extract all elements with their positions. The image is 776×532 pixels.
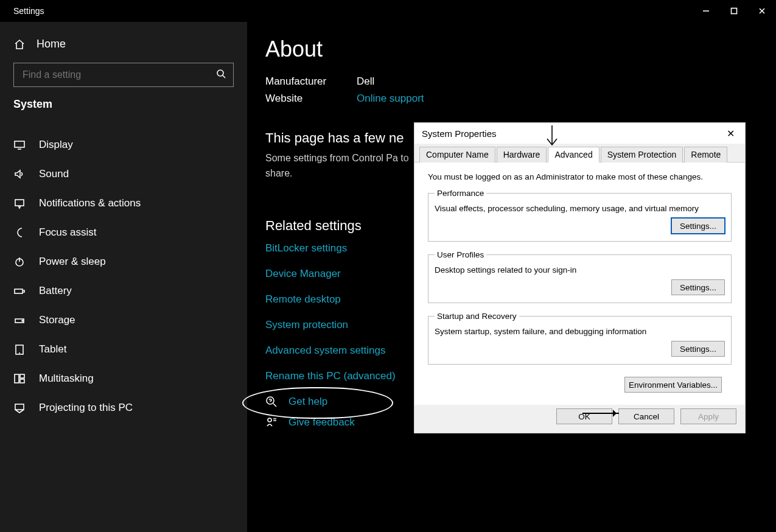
window-title: Settings bbox=[0, 6, 44, 16]
system-properties-dialog: System Properties ✕ Computer Name Hardwa… bbox=[414, 122, 746, 433]
group-user-profiles: User Profiles Desktop settings related t… bbox=[428, 250, 732, 303]
group-performance-legend: Performance bbox=[435, 189, 486, 198]
admin-note: You must be logged on as an Administrato… bbox=[428, 172, 732, 181]
group-user-profiles-desc: Desktop settings related to your sign-in bbox=[435, 265, 725, 275]
nav-list: Display Sound Notifications & actions Fo… bbox=[0, 130, 247, 422]
group-user-profiles-legend: User Profiles bbox=[435, 250, 486, 259]
group-startup-recovery-desc: System startup, system failure, and debu… bbox=[435, 327, 725, 336]
sidebar-item-multitasking[interactable]: Multitasking bbox=[0, 364, 247, 393]
search-box[interactable] bbox=[13, 63, 234, 87]
dialog-tabs: Computer Name Hardware Advanced System P… bbox=[414, 144, 745, 163]
few-body: Some settings from Control Pa to share. bbox=[265, 151, 424, 181]
multitask-icon bbox=[13, 373, 26, 385]
item-label: Power & sleep bbox=[39, 256, 106, 268]
tab-system-protection[interactable]: System Protection bbox=[601, 147, 683, 163]
item-label: Focus assist bbox=[39, 226, 96, 239]
manufacturer-label: Manufacturer bbox=[265, 75, 357, 88]
ok-button[interactable]: OK bbox=[556, 408, 612, 424]
home-label: Home bbox=[37, 38, 66, 51]
feedback-icon bbox=[265, 416, 278, 429]
svg-rect-12 bbox=[15, 404, 24, 410]
home-icon bbox=[13, 38, 26, 51]
item-label: Storage bbox=[39, 314, 75, 326]
group-startup-recovery: Startup and Recovery System startup, sys… bbox=[428, 312, 732, 365]
svg-rect-5 bbox=[15, 289, 23, 293]
sidebar: Home System Display Sound Notifications … bbox=[0, 22, 247, 532]
speaker-icon bbox=[13, 168, 26, 180]
svg-point-14 bbox=[268, 418, 271, 422]
home-nav[interactable]: Home bbox=[0, 33, 247, 63]
display-icon bbox=[13, 139, 26, 151]
dialog-close-button[interactable]: ✕ bbox=[722, 128, 739, 139]
svg-rect-11 bbox=[20, 379, 24, 383]
env-row: Environment Variables... bbox=[424, 373, 735, 399]
dialog-titlebar: System Properties ✕ bbox=[414, 123, 745, 144]
window-caption-buttons bbox=[692, 0, 776, 22]
storage-icon bbox=[13, 314, 26, 326]
item-label: Battery bbox=[39, 285, 72, 297]
user-profiles-settings-button[interactable]: Settings... bbox=[671, 279, 725, 295]
group-performance-desc: Visual effects, processor scheduling, me… bbox=[435, 204, 725, 213]
sidebar-item-focus-assist[interactable]: Focus assist bbox=[0, 218, 247, 247]
svg-rect-6 bbox=[15, 319, 24, 323]
sidebar-item-notifications[interactable]: Notifications & actions bbox=[0, 189, 247, 218]
svg-rect-10 bbox=[20, 374, 24, 378]
power-icon bbox=[13, 256, 26, 268]
sidebar-item-storage[interactable]: Storage bbox=[0, 306, 247, 335]
performance-settings-button[interactable]: Settings... bbox=[671, 218, 725, 234]
dialog-buttons: OK Cancel Apply bbox=[414, 405, 745, 433]
sidebar-item-battery[interactable]: Battery bbox=[0, 276, 247, 306]
startup-recovery-settings-button[interactable]: Settings... bbox=[671, 341, 725, 357]
item-label: Notifications & actions bbox=[39, 197, 141, 209]
apply-button[interactable]: Apply bbox=[680, 408, 736, 424]
sidebar-item-power-sleep[interactable]: Power & sleep bbox=[0, 247, 247, 276]
annotation-arrow-down bbox=[545, 124, 559, 149]
titlebar: Settings bbox=[0, 0, 776, 22]
manufacturer-row: Manufacturer Dell bbox=[265, 75, 758, 88]
tab-advanced[interactable]: Advanced bbox=[548, 147, 599, 163]
svg-point-1 bbox=[217, 70, 223, 76]
tab-remote[interactable]: Remote bbox=[684, 147, 727, 163]
item-label: Projecting to this PC bbox=[39, 402, 133, 414]
svg-rect-3 bbox=[15, 200, 24, 206]
sidebar-item-tablet[interactable]: Tablet bbox=[0, 335, 247, 364]
item-label: Multitasking bbox=[39, 373, 94, 385]
item-label: Display bbox=[39, 139, 73, 151]
svg-rect-0 bbox=[732, 9, 737, 14]
environment-variables-button[interactable]: Environment Variables... bbox=[624, 377, 722, 393]
notification-icon bbox=[13, 197, 26, 209]
dialog-title: System Properties bbox=[422, 128, 497, 139]
svg-rect-9 bbox=[15, 374, 19, 383]
annotation-circle bbox=[242, 387, 393, 419]
sidebar-item-sound[interactable]: Sound bbox=[0, 159, 247, 189]
website-row: Website Online support bbox=[265, 93, 758, 105]
minimize-button[interactable] bbox=[692, 0, 720, 22]
moon-icon bbox=[13, 226, 26, 239]
item-label: Tablet bbox=[39, 343, 66, 355]
battery-icon bbox=[13, 285, 26, 297]
maximize-button[interactable] bbox=[720, 0, 748, 22]
tablet-icon bbox=[13, 343, 26, 355]
group-performance: Performance Visual effects, processor sc… bbox=[428, 189, 732, 242]
annotation-arrow-right bbox=[582, 413, 619, 414]
group-startup-recovery-legend: Startup and Recovery bbox=[435, 312, 519, 321]
close-button[interactable] bbox=[748, 0, 776, 22]
cancel-button[interactable]: Cancel bbox=[618, 408, 674, 424]
tab-computer-name[interactable]: Computer Name bbox=[419, 147, 495, 163]
manufacturer-value: Dell bbox=[357, 75, 374, 88]
sidebar-item-projecting[interactable]: Projecting to this PC bbox=[0, 393, 247, 422]
svg-rect-2 bbox=[15, 141, 24, 147]
website-link[interactable]: Online support bbox=[357, 93, 424, 105]
sidebar-category: System bbox=[0, 98, 247, 119]
page-title: About bbox=[265, 37, 758, 62]
sidebar-item-display[interactable]: Display bbox=[0, 130, 247, 159]
search-icon bbox=[216, 69, 226, 81]
website-label: Website bbox=[265, 93, 357, 105]
dialog-body: You must be logged on as an Administrato… bbox=[414, 163, 745, 405]
item-label: Sound bbox=[39, 168, 69, 180]
search-input[interactable] bbox=[23, 69, 216, 80]
svg-point-7 bbox=[22, 320, 23, 321]
project-icon bbox=[13, 402, 26, 414]
tab-hardware[interactable]: Hardware bbox=[497, 147, 547, 163]
